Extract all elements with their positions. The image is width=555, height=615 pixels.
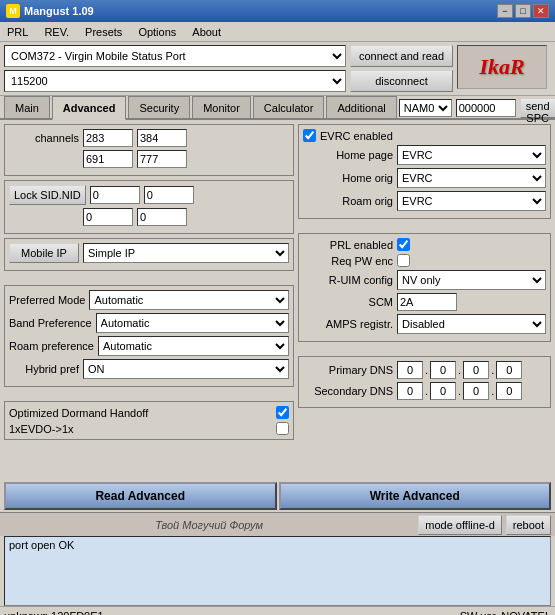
dns2-octet3[interactable] (463, 382, 489, 400)
dns2-octet2[interactable] (430, 382, 456, 400)
evdo-label: 1xEVDO->1x (9, 423, 272, 435)
preferred-mode-select[interactable]: Automatic (89, 290, 289, 310)
channels-group: channels (4, 124, 294, 176)
req-pw-enc-label: Req PW enc (303, 255, 393, 267)
channel4-input[interactable] (137, 150, 187, 168)
menu-prl[interactable]: PRL (4, 25, 31, 39)
channels-label: channels (9, 132, 79, 144)
baud-select[interactable]: 115200 (4, 70, 346, 92)
nid1-input[interactable] (83, 208, 133, 226)
home-page-label: Home page (303, 149, 393, 161)
bottom-status: unknown 120FD0E1 SW ver. NOVATEL (0, 606, 555, 615)
comport-select[interactable]: COM372 - Virgin Mobile Status Port (4, 45, 346, 67)
logo-area: IkaR (457, 45, 547, 89)
disconnect-button[interactable]: disconnect (350, 70, 453, 92)
prl-enabled-checkbox[interactable] (397, 238, 410, 251)
roam-orig-label: Roam orig (303, 195, 393, 207)
roam-pref-label: Roam preference (9, 340, 94, 352)
band-pref-select[interactable]: Automatic (96, 313, 289, 333)
dns1-octet1[interactable] (397, 361, 423, 379)
ruim-config-label: R-UIM config (303, 274, 393, 286)
right-panel: EVRC enabled Home page EVRC Home orig EV… (298, 124, 551, 476)
band-pref-label: Band Preference (9, 317, 92, 329)
evrc-enabled-checkbox[interactable] (303, 129, 316, 142)
tab-security[interactable]: Security (128, 96, 190, 118)
status-right: SW ver. NOVATEL (460, 610, 551, 616)
evdo-checkbox[interactable] (276, 422, 289, 435)
home-page-select[interactable]: EVRC (397, 145, 546, 165)
locksid-button[interactable]: Lock SID.NID (9, 185, 86, 205)
left-panel: channels Lock SID.NID (4, 124, 294, 476)
menu-options[interactable]: Options (135, 25, 179, 39)
log-text: port open OK (9, 539, 74, 551)
read-advanced-button[interactable]: Read Advanced (4, 482, 277, 510)
dns1-octet2[interactable] (430, 361, 456, 379)
status-bar-bottom: Твой Могучий Форум mode offline-d reboot (0, 512, 555, 536)
reboot-button[interactable]: reboot (506, 515, 551, 535)
bottom-buttons: Read Advanced Write Advanced (0, 480, 555, 512)
sid1-input[interactable] (90, 186, 140, 204)
tab-calculator[interactable]: Calculator (253, 96, 325, 118)
dns1-octet4[interactable] (496, 361, 522, 379)
optimized-group: Optimized Dormand Handoff 1xEVDO->1x (4, 401, 294, 440)
channel1-input[interactable] (83, 129, 133, 147)
home-orig-select[interactable]: EVRC (397, 168, 546, 188)
prl-enabled-label: PRL enabled (303, 239, 393, 251)
dns2-octet4[interactable] (496, 382, 522, 400)
amps-label: AMPS registr. (303, 318, 393, 330)
menu-rev[interactable]: REV. (41, 25, 72, 39)
write-advanced-button[interactable]: Write Advanced (279, 482, 552, 510)
mobileip-select[interactable]: Simple IP (83, 243, 289, 263)
connect-button[interactable]: connect and read (350, 45, 453, 67)
ruim-config-select[interactable]: NV only (397, 270, 546, 290)
send-spc-button[interactable]: send SPC (520, 98, 555, 118)
forum-text: Твой Могучий Форум (4, 519, 414, 531)
app-icon: M (6, 4, 20, 18)
scm-label: SCM (303, 296, 393, 308)
toolbar: COM372 - Virgin Mobile Status Port 11520… (0, 42, 555, 96)
menu-presets[interactable]: Presets (82, 25, 125, 39)
tab-monitor[interactable]: Monitor (192, 96, 251, 118)
sid2-input[interactable] (144, 186, 194, 204)
tabs-bar: Main Advanced Security Monitor Calculato… (0, 96, 555, 120)
mobileip-button[interactable]: Mobile IP (9, 243, 79, 263)
close-button[interactable]: ✕ (533, 4, 549, 18)
tab-advanced[interactable]: Advanced (52, 96, 127, 120)
ikar-logo: IkaR (471, 54, 532, 80)
mode-offline-button[interactable]: mode offline-d (418, 515, 502, 535)
roam-orig-select[interactable]: EVRC (397, 191, 546, 211)
optimized-label: Optimized Dormand Handoff (9, 407, 272, 419)
dns-group: Primary DNS . . . Secondary DNS . . (298, 356, 551, 408)
log-area: port open OK (4, 536, 551, 606)
hybrid-pref-select[interactable]: ON (83, 359, 289, 379)
req-pw-enc-checkbox[interactable] (397, 254, 410, 267)
home-orig-label: Home orig (303, 172, 393, 184)
hybrid-pref-label: Hybrid pref (9, 363, 79, 375)
spc-input[interactable] (456, 99, 516, 117)
locksid-group: Lock SID.NID (4, 180, 294, 234)
amps-select[interactable]: Disabled (397, 314, 546, 334)
minimize-button[interactable]: − (497, 4, 513, 18)
primary-dns-label: Primary DNS (303, 364, 393, 376)
evrc-group: EVRC enabled Home page EVRC Home orig EV… (298, 124, 551, 219)
preference-group: Preferred Mode Automatic Band Preference… (4, 285, 294, 387)
dns1-octet3[interactable] (463, 361, 489, 379)
main-content: channels Lock SID.NID (0, 120, 555, 480)
title-bar: M Mangust 1.09 − □ ✕ (0, 0, 555, 22)
menu-about[interactable]: About (189, 25, 224, 39)
scm-input[interactable] (397, 293, 457, 311)
channel3-input[interactable] (83, 150, 133, 168)
roam-pref-select[interactable]: Automatic (98, 336, 289, 356)
status-left: unknown 120FD0E1 (4, 610, 104, 616)
prl-group: PRL enabled Req PW enc R-UIM config NV o… (298, 233, 551, 342)
dns2-octet1[interactable] (397, 382, 423, 400)
nam-select[interactable]: NAM0 (399, 99, 452, 117)
mobileip-group: Mobile IP Simple IP (4, 238, 294, 271)
secondary-dns-label: Secondary DNS (303, 385, 393, 397)
optimized-checkbox[interactable] (276, 406, 289, 419)
maximize-button[interactable]: □ (515, 4, 531, 18)
tab-main[interactable]: Main (4, 96, 50, 118)
channel2-input[interactable] (137, 129, 187, 147)
nid2-input[interactable] (137, 208, 187, 226)
tab-additional[interactable]: Additional (326, 96, 396, 118)
